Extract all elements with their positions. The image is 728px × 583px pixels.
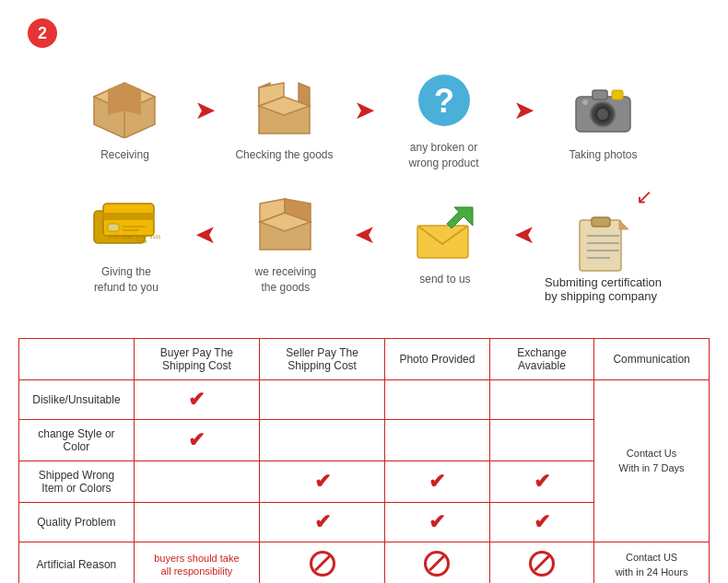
- checkmark: ✔: [314, 470, 331, 493]
- checking-label: Checking the goods: [235, 147, 333, 163]
- checkmark: ✔: [188, 388, 205, 411]
- buyer-pay-4: buyers should takeall responsibility: [134, 542, 259, 583]
- exchange-4: [489, 542, 593, 583]
- row-label-0: Dislike/Unsuitable: [19, 379, 135, 419]
- row-label-1: change Style or Color: [19, 419, 135, 461]
- svg-marker-3: [124, 83, 141, 115]
- flow-item-question: ? any broken orwrong product: [384, 68, 504, 171]
- svg-text:?: ?: [434, 82, 454, 120]
- seller-pay-3: ✔: [260, 502, 385, 542]
- row-label-2: Shipped WrongItem or Colors: [19, 461, 135, 502]
- comm-group-2: Contact USwith in 24 Hours: [594, 542, 710, 583]
- refund-label: Giving therefund to you: [94, 264, 159, 296]
- no-symbol: [310, 551, 335, 577]
- exchange-2: ✔: [489, 461, 593, 502]
- row-label-3: Quality Problem: [19, 502, 135, 542]
- buyer-pay-1: ✔: [134, 419, 259, 461]
- row-label-4: Artificial Reason: [19, 542, 135, 583]
- flow-row-2: 1234 5556 3333 3335 01/16 Giving therefu…: [28, 185, 700, 303]
- photo-2: ✔: [385, 461, 489, 502]
- arrow-5: ➤: [355, 219, 376, 250]
- seller-pay-0: [260, 379, 385, 419]
- comm-group-1: Contact UsWith in 7 Days: [594, 379, 710, 542]
- checkmark: ✔: [188, 428, 205, 451]
- photos-label: Taking photos: [569, 147, 637, 163]
- photo-3: ✔: [385, 502, 489, 542]
- buyer-pay-text: buyers should takeall responsibility: [154, 553, 239, 577]
- flow-row-1: Receiving ➤ Checking the goods ➤: [28, 68, 700, 171]
- comparison-table: Buyer Pay The Shipping Cost Seller Pay T…: [18, 338, 710, 583]
- svg-text:1234 5556 3333 3335: 1234 5556 3333 3335: [108, 234, 160, 239]
- no-symbol: [529, 551, 555, 577]
- checkmark: ✔: [534, 470, 550, 493]
- svg-marker-8: [299, 83, 310, 106]
- checkmark: ✔: [314, 510, 331, 533]
- no-symbol: [424, 551, 450, 577]
- top-section: 2 Receiving ➤: [0, 0, 728, 320]
- buyer-pay-0: ✔: [134, 379, 259, 419]
- seller-pay-4: [260, 542, 385, 583]
- svg-marker-4: [108, 83, 124, 115]
- receiving2-label: we receivingthe goods: [255, 264, 317, 296]
- checkmark: ✔: [429, 510, 445, 533]
- svg-rect-17: [612, 90, 623, 99]
- arrow-3: ➤: [513, 95, 534, 125]
- flow-item-receiving: Receiving: [65, 76, 185, 163]
- checkmark: ✔: [429, 470, 445, 493]
- seller-pay-2: ✔: [260, 461, 385, 502]
- svg-rect-23: [123, 226, 146, 227]
- step-number: 2: [28, 18, 57, 48]
- flow-item-send: send to us: [385, 200, 505, 287]
- arrow-4: ➤: [195, 219, 217, 250]
- svg-rect-21: [103, 213, 154, 220]
- seller-pay-1: [260, 419, 385, 461]
- col-header-4: Exchange Avaviable: [489, 338, 593, 379]
- svg-rect-22: [108, 224, 119, 231]
- svg-rect-24: [123, 229, 139, 231]
- photo-0: [385, 379, 489, 419]
- svg-rect-34: [592, 217, 610, 227]
- arrow-6: ➤: [514, 219, 535, 250]
- exchange-3: ✔: [489, 502, 593, 542]
- col-header-1: Buyer Pay The Shipping Cost: [134, 338, 259, 379]
- buyer-pay-3: [134, 502, 259, 542]
- svg-marker-39: [619, 220, 628, 229]
- svg-rect-16: [593, 90, 607, 99]
- table-section: Buyer Pay The Shipping Cost Seller Pay T…: [0, 320, 728, 583]
- svg-text:01/16: 01/16: [135, 239, 147, 244]
- col-header-3: Photo Provided: [385, 338, 489, 379]
- flow-item-receiving2: we receivingthe goods: [226, 192, 346, 296]
- flow-item-refund: 1234 5556 3333 3335 01/16 Giving therefu…: [66, 192, 186, 296]
- send-label: send to us: [419, 272, 470, 287]
- svg-point-18: [582, 99, 588, 105]
- photo-1: [385, 419, 489, 461]
- svg-rect-33: [580, 220, 621, 271]
- arrow-2: ➤: [354, 95, 375, 125]
- flow-item-checking: Checking the goods: [225, 76, 345, 163]
- checkmark: ✔: [534, 510, 550, 533]
- receiving-label: Receiving: [100, 147, 149, 163]
- col-header-2: Seller Pay The Shipping Cost: [260, 338, 385, 379]
- col-header-5: Communication: [594, 338, 710, 379]
- photo-4: [385, 542, 489, 583]
- buyer-pay-2: [134, 461, 259, 502]
- exchange-1: [489, 419, 593, 461]
- cert-label: Submiting certificationby shipping compa…: [545, 275, 662, 303]
- col-header-0: [19, 338, 135, 379]
- svg-point-15: [597, 109, 608, 120]
- arrow-1: ➤: [194, 95, 216, 125]
- flow-item-cert: ↙ Submiting certificationby shipping com…: [545, 185, 662, 303]
- flow-item-camera: Taking photos: [544, 76, 663, 163]
- exchange-0: [489, 379, 593, 419]
- broken-label: any broken orwrong product: [408, 140, 478, 171]
